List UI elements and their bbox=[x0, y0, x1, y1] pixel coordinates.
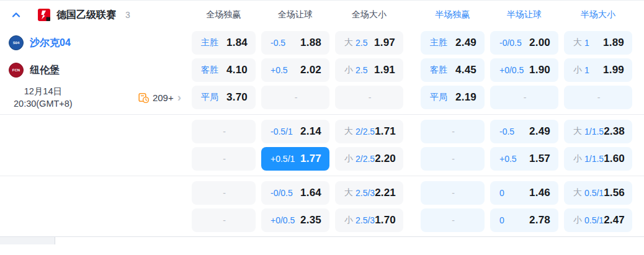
ou-side-label: 小 bbox=[573, 215, 582, 226]
match-date: 12月14日 bbox=[14, 85, 73, 97]
ou-label: 小1/1.5 bbox=[573, 153, 604, 164]
chevron-up-icon[interactable] bbox=[11, 10, 21, 20]
odds-cell[interactable]: - bbox=[421, 120, 485, 143]
odds-value: 1.77 bbox=[300, 153, 321, 165]
odds-cell[interactable]: 主胜2.49 bbox=[421, 31, 485, 55]
ou-line: 1/1.5 bbox=[584, 127, 604, 136]
odds-value: 1.56 bbox=[604, 187, 625, 199]
column-header-half-handicap: 半场让球 bbox=[490, 9, 558, 20]
odds-value: 1.97 bbox=[374, 37, 395, 49]
ou-line: 0.5/1 bbox=[584, 215, 604, 225]
ou-label: 大1 bbox=[573, 37, 589, 48]
odds-cell[interactable]: -0.52.49 bbox=[490, 120, 558, 143]
ou-label: 大2.5/3 bbox=[344, 187, 375, 199]
odds-cell[interactable]: -0/0.51.64 bbox=[261, 181, 329, 205]
dash-placeholder: - bbox=[223, 215, 226, 225]
odds-value: 1.90 bbox=[529, 64, 550, 76]
odds-cell[interactable]: 大1/1.52.38 bbox=[564, 120, 632, 143]
odds-cell[interactable]: 客胜4.45 bbox=[421, 58, 485, 82]
odds-cell[interactable]: -0.51.88 bbox=[261, 31, 329, 55]
odds-cell[interactable]: - bbox=[335, 86, 403, 109]
odds-cell[interactable]: +0.5/11.77 bbox=[261, 147, 329, 171]
odds-row-home: S04 沙尔克04 主胜1.84-0.51.88大2.51.97主胜2.49-0… bbox=[0, 29, 644, 56]
odds-cell[interactable]: -0.5/12.14 bbox=[261, 120, 329, 143]
odds-cell[interactable]: - bbox=[421, 208, 485, 232]
ou-side-label: 小 bbox=[573, 153, 582, 164]
odds-cell[interactable]: - bbox=[261, 86, 329, 109]
ou-side-label: 大 bbox=[573, 37, 582, 48]
more-markets-link[interactable]: 209+ › bbox=[138, 92, 181, 103]
odds-label: 平局 bbox=[430, 92, 447, 103]
ou-side-label: 大 bbox=[344, 126, 353, 137]
odds-cell[interactable]: 客胜4.10 bbox=[192, 58, 256, 82]
odds-cell[interactable]: 平局3.70 bbox=[192, 86, 256, 109]
odds-value: 2.47 bbox=[604, 214, 625, 226]
ou-line: 1 bbox=[584, 38, 589, 48]
column-header-full-1x2: 全场独赢 bbox=[192, 9, 256, 20]
group-spacer bbox=[409, 220, 415, 221]
odds-cell[interactable]: 大11.89 bbox=[564, 31, 632, 55]
dash-placeholder: - bbox=[223, 188, 226, 198]
odds-cell[interactable]: - bbox=[192, 181, 256, 205]
next-section-gutter bbox=[0, 237, 55, 244]
odds-cell[interactable]: +0.51.57 bbox=[490, 147, 558, 171]
odds-cell[interactable]: 小11.99 bbox=[564, 58, 632, 82]
odds-cell[interactable]: - bbox=[564, 86, 632, 109]
odds-label: +0.5/1 bbox=[271, 154, 295, 164]
odds-cell[interactable]: +0.52.02 bbox=[261, 58, 329, 82]
odds-value: 2.19 bbox=[455, 91, 476, 104]
league-match-count: 3 bbox=[125, 10, 130, 20]
ou-side-label: 大 bbox=[573, 126, 582, 137]
group-spacer bbox=[409, 15, 415, 16]
odds-label: 主胜 bbox=[201, 37, 218, 48]
odds-cell[interactable]: 大2.5/32.21 bbox=[335, 181, 403, 205]
home-team-name: 沙尔克04 bbox=[30, 37, 71, 50]
odds-cell[interactable]: +0/0.52.35 bbox=[261, 208, 329, 232]
odds-cell[interactable]: 02.78 bbox=[490, 208, 558, 232]
odds-cell[interactable]: 大2/2.51.71 bbox=[335, 120, 403, 143]
ou-side-label: 小 bbox=[344, 153, 353, 164]
group-spacer bbox=[409, 159, 415, 159]
odds-cell[interactable]: - bbox=[192, 147, 256, 171]
ou-label: 小1 bbox=[573, 65, 589, 76]
odds-value: 2.00 bbox=[529, 37, 550, 49]
odds-label: +0/0.5 bbox=[271, 215, 295, 225]
odds-row-alt: --0/0.51.64大2.5/32.21-01.46大0.5/11.56 bbox=[0, 179, 644, 207]
odds-cell[interactable]: - bbox=[192, 208, 256, 232]
odds-cell[interactable]: - bbox=[421, 147, 485, 171]
ou-side-label: 小 bbox=[573, 65, 582, 76]
markets-icon bbox=[138, 92, 149, 103]
odds-cell[interactable]: - bbox=[192, 120, 256, 143]
column-header-full-overunder: 全场大小 bbox=[335, 9, 403, 20]
odds-cell[interactable]: 小2.5/31.70 bbox=[335, 208, 403, 232]
ou-line: 2.5/3 bbox=[356, 188, 375, 198]
league-odds-panel: 德国乙级联赛 3 全场独赢 全场让球 全场大小 半场独赢 半场让球 半场大小 S… bbox=[0, 0, 644, 244]
dash-placeholder: - bbox=[452, 127, 455, 136]
ou-line: 2.5/3 bbox=[356, 215, 375, 225]
odds-cell[interactable]: 大0.5/11.56 bbox=[564, 181, 632, 205]
odds-value: 1.91 bbox=[374, 64, 395, 76]
ou-line: 2/2.5 bbox=[356, 127, 375, 136]
odds-cell[interactable]: 平局2.19 bbox=[421, 86, 485, 109]
odds-row-draw: 12月14日 20:30(GMT+8) 209+ › 平局3.70--平局2.1… bbox=[0, 84, 644, 111]
odds-cell[interactable]: 小2/2.52.20 bbox=[335, 147, 403, 171]
odds-cell[interactable]: 01.46 bbox=[490, 181, 558, 205]
column-header-full-handicap: 全场让球 bbox=[261, 9, 329, 20]
ou-side-label: 小 bbox=[344, 215, 353, 226]
odds-cell[interactable]: 小2.51.91 bbox=[335, 58, 403, 82]
odds-cell[interactable]: 大2.51.97 bbox=[335, 31, 403, 55]
odds-cell[interactable]: 小0.5/12.47 bbox=[564, 208, 632, 232]
odds-label: -0/0.5 bbox=[271, 188, 293, 198]
odds-cell[interactable]: - bbox=[490, 86, 558, 109]
odds-cell[interactable]: +0/0.51.90 bbox=[490, 58, 558, 82]
odds-cell[interactable]: 主胜1.84 bbox=[192, 31, 256, 55]
next-section-partial bbox=[0, 236, 644, 244]
odds-cell[interactable]: -0/0.52.00 bbox=[490, 31, 558, 55]
ou-label: 小2.5/3 bbox=[344, 215, 375, 226]
odds-label: -0.5 bbox=[271, 38, 285, 48]
ou-label: 大0.5/1 bbox=[573, 187, 604, 199]
odds-cell[interactable]: - bbox=[421, 181, 485, 205]
ou-label: 大2/2.5 bbox=[344, 126, 375, 137]
odds-cell[interactable]: 小1/1.51.60 bbox=[564, 147, 632, 171]
odds-value: 2.21 bbox=[375, 187, 396, 199]
